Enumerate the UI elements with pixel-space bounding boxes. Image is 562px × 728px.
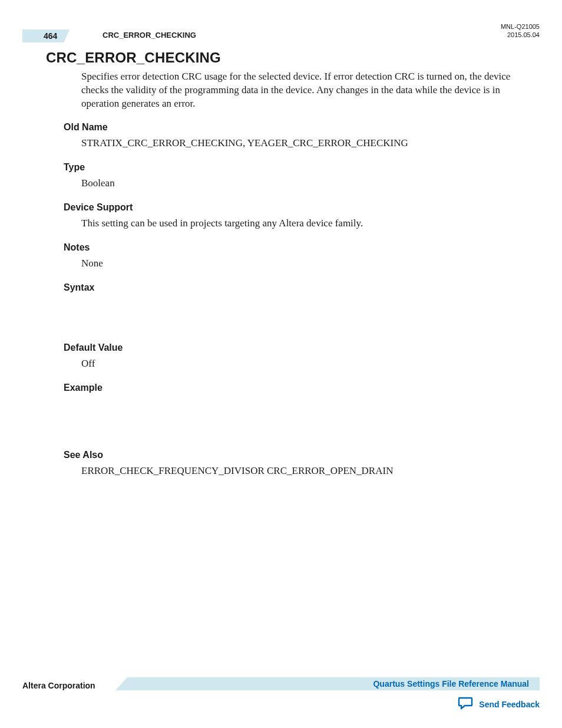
send-feedback-link[interactable]: Send Feedback [458, 697, 540, 711]
section-device-support: Device Support This setting can be used … [64, 202, 527, 230]
doc-date: 2015.05.04 [501, 31, 540, 39]
section-body: Off [81, 357, 527, 371]
section-syntax: Syntax [64, 282, 527, 293]
feedback-icon [458, 697, 473, 711]
page-number-badge: 464 [22, 29, 70, 42]
section-heading: Type [64, 162, 527, 173]
section-example: Example [64, 383, 527, 393]
section-heading: Default Value [64, 342, 527, 353]
section-body: STRATIX_CRC_ERROR_CHECKING, YEAGER_CRC_E… [81, 136, 527, 150]
page-footer: Altera Corporation Quartus Settings File… [22, 677, 540, 690]
main-content: CRC_ERROR_CHECKING Specifies error detec… [46, 50, 527, 490]
doc-id: MNL-Q21005 [501, 22, 540, 31]
running-title: CRC_ERROR_CHECKING [103, 31, 196, 39]
section-default-value: Default Value Off [64, 342, 527, 371]
page-number: 464 [44, 31, 57, 41]
section-heading: Old Name [64, 122, 527, 133]
send-feedback-label: Send Feedback [479, 700, 540, 709]
page-title: CRC_ERROR_CHECKING [46, 50, 527, 66]
section-notes: Notes None [64, 242, 527, 271]
section-heading: See Also [64, 450, 527, 460]
section-old-name: Old Name STRATIX_CRC_ERROR_CHECKING, YEA… [64, 122, 527, 150]
manual-link[interactable]: Quartus Settings File Reference Manual [373, 679, 529, 689]
section-body: Boolean [81, 176, 527, 190]
section-heading: Device Support [64, 202, 527, 213]
footer-company: Altera Corporation [22, 681, 95, 690]
section-body: This setting can be used in projects tar… [81, 216, 527, 230]
section-heading: Syntax [64, 282, 527, 293]
section-see-also: See Also ERROR_CHECK_FREQUENCY_DIVISOR C… [64, 450, 527, 478]
section-body: None [81, 256, 527, 271]
section-body: ERROR_CHECK_FREQUENCY_DIVISOR CRC_ERROR_… [81, 464, 527, 478]
footer-band: Quartus Settings File Reference Manual [115, 677, 540, 690]
doc-meta: MNL-Q21005 2015.05.04 [501, 22, 540, 39]
description-text: Specifies error detection CRC usage for … [81, 70, 527, 110]
page-header: 464 CRC_ERROR_CHECKING [22, 22, 540, 42]
section-heading: Notes [64, 242, 527, 253]
section-heading: Example [64, 383, 527, 393]
section-type: Type Boolean [64, 162, 527, 190]
